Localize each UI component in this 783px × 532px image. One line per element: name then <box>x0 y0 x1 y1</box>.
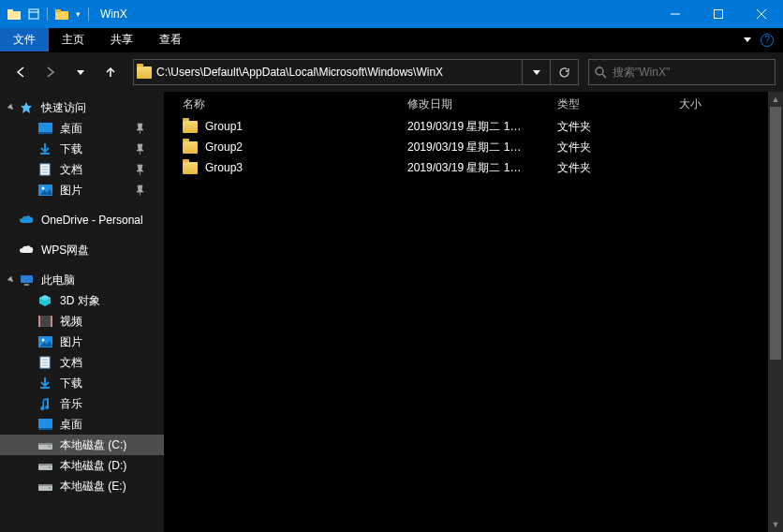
download-icon <box>37 141 52 156</box>
sidebar-quick-item[interactable]: 文档 <box>0 159 164 180</box>
svg-rect-26 <box>51 316 52 327</box>
file-date: 2019/03/19 星期二 1… <box>407 119 557 135</box>
scroll-down-button[interactable]: ▼ <box>768 517 783 532</box>
pc-icon <box>19 273 34 288</box>
svg-rect-7 <box>715 10 723 19</box>
pictures-icon <box>37 334 52 349</box>
sidebar-wps[interactable]: WPS网盘 <box>0 240 164 260</box>
sidebar-item-label: 下载 <box>60 376 82 392</box>
sidebar-item-label: 视频 <box>60 314 82 330</box>
ribbon-tab-view[interactable]: 查看 <box>146 28 195 52</box>
sidebar-thispc-item[interactable]: 文档 <box>0 352 164 373</box>
sidebar-thispc-item[interactable]: 本地磁盘 (D:) <box>0 455 164 476</box>
sidebar-quick-item[interactable]: 桌面 <box>0 118 164 139</box>
column-name[interactable]: 名称 <box>183 96 407 112</box>
svg-point-10 <box>596 67 603 75</box>
ribbon-tab-share[interactable]: 共享 <box>97 28 146 52</box>
address-bar[interactable] <box>133 59 579 85</box>
ribbon-file-tab[interactable]: 文件 <box>0 28 49 52</box>
svg-rect-5 <box>55 9 61 12</box>
navigation-pane[interactable]: 快速访问 桌面下载文档图片 OneDrive - Personal WPS网盘 … <box>0 92 164 532</box>
svg-rect-14 <box>38 132 52 134</box>
sidebar-item-label: 图片 <box>60 183 82 199</box>
svg-rect-22 <box>21 275 33 283</box>
svg-point-38 <box>49 446 51 448</box>
titlebar-quick-access: ▾ <box>0 7 89 21</box>
column-date[interactable]: 修改日期 <box>407 96 557 112</box>
sidebar-thispc-item[interactable]: 本地磁盘 (C:) <box>0 435 164 455</box>
properties-icon[interactable] <box>28 8 39 20</box>
column-headers: 名称 修改日期 类型 大小 <box>164 92 783 116</box>
qa-dropdown-icon[interactable]: ▾ <box>76 9 81 19</box>
nav-up-button[interactable] <box>97 59 124 85</box>
download-icon <box>37 376 52 391</box>
column-type[interactable]: 类型 <box>557 96 679 112</box>
nav-back-button[interactable] <box>7 59 34 85</box>
search-input[interactable] <box>613 66 769 79</box>
file-date: 2019/03/19 星期二 1… <box>407 140 557 155</box>
main-area: 快速访问 桌面下载文档图片 OneDrive - Personal WPS网盘 … <box>0 92 783 532</box>
ribbon-tab-home[interactable]: 主页 <box>49 28 97 52</box>
svg-rect-25 <box>38 316 40 327</box>
help-icon[interactable]: ? <box>761 34 774 47</box>
pin-icon <box>136 123 145 134</box>
nav-recent-dropdown[interactable] <box>67 59 94 85</box>
column-size[interactable]: 大小 <box>679 96 754 112</box>
sidebar-this-pc[interactable]: 此电脑 <box>0 270 164 290</box>
sidebar-thispc-item[interactable]: 图片 <box>0 332 164 352</box>
sidebar-item-label: 下载 <box>60 141 82 157</box>
cloud-icon <box>19 243 34 258</box>
sidebar-thispc-item[interactable]: 下载 <box>0 373 164 393</box>
address-dropdown-button[interactable] <box>522 60 550 84</box>
svg-point-21 <box>41 187 44 190</box>
sidebar-thispc-item[interactable]: 本地磁盘 (E:) <box>0 476 164 496</box>
address-input[interactable] <box>155 60 522 84</box>
3d-icon <box>37 293 52 308</box>
ribbon-collapse-icon[interactable] <box>744 37 751 42</box>
maximize-button[interactable] <box>697 0 740 28</box>
file-type: 文件夹 <box>557 119 679 135</box>
svg-rect-4 <box>55 11 68 20</box>
vertical-scrollbar[interactable]: ▲ ▼ <box>768 92 783 532</box>
nav-forward-button[interactable] <box>37 59 64 85</box>
refresh-button[interactable] <box>550 60 578 84</box>
expand-icon[interactable] <box>6 102 17 113</box>
window-controls <box>654 0 783 28</box>
folder-icon <box>183 162 198 174</box>
file-list[interactable]: 名称 修改日期 类型 大小 Group12019/03/19 星期二 1…文件夹… <box>164 92 783 532</box>
sidebar-this-pc-label: 此电脑 <box>41 273 75 288</box>
sidebar-onedrive[interactable]: OneDrive - Personal <box>0 210 164 230</box>
sidebar-item-label: 桌面 <box>60 121 82 137</box>
expand-icon[interactable] <box>6 274 17 286</box>
sidebar-thispc-item[interactable]: 桌面 <box>0 414 164 435</box>
drive-icon <box>37 458 52 473</box>
sidebar-thispc-item[interactable]: 视频 <box>0 311 164 332</box>
search-icon <box>595 66 607 79</box>
scroll-thumb[interactable] <box>770 107 781 360</box>
sidebar-item-label: 桌面 <box>60 417 82 433</box>
sidebar-wps-label: WPS网盘 <box>41 243 89 259</box>
sidebar-quick-item[interactable]: 下载 <box>0 139 164 159</box>
sidebar-item-label: 本地磁盘 (D:) <box>60 458 126 474</box>
file-name: Group3 <box>205 161 243 174</box>
folder-icon <box>183 121 198 133</box>
svg-rect-35 <box>38 428 52 430</box>
scroll-up-button[interactable]: ▲ <box>768 92 783 107</box>
sidebar-quick-access[interactable]: 快速访问 <box>0 97 164 118</box>
sidebar-thispc-item[interactable]: 3D 对象 <box>0 290 164 311</box>
close-button[interactable] <box>740 0 783 28</box>
sidebar-thispc-item[interactable]: 音乐 <box>0 393 164 414</box>
minimize-button[interactable] <box>654 0 697 28</box>
nav-toolbar <box>0 52 783 92</box>
sidebar-item-label: 本地磁盘 (E:) <box>60 479 126 495</box>
sidebar-quick-item[interactable]: 图片 <box>0 180 164 200</box>
sidebar-onedrive-label: OneDrive - Personal <box>41 214 143 227</box>
pictures-icon <box>37 183 52 198</box>
divider <box>47 7 48 21</box>
svg-rect-23 <box>24 284 29 286</box>
file-row[interactable]: Group12019/03/19 星期二 1…文件夹 <box>164 116 783 137</box>
svg-rect-2 <box>29 9 38 19</box>
file-row[interactable]: Group22019/03/19 星期二 1…文件夹 <box>164 137 783 157</box>
file-row[interactable]: Group32019/03/19 星期二 1…文件夹 <box>164 157 783 178</box>
search-box[interactable] <box>588 59 776 85</box>
